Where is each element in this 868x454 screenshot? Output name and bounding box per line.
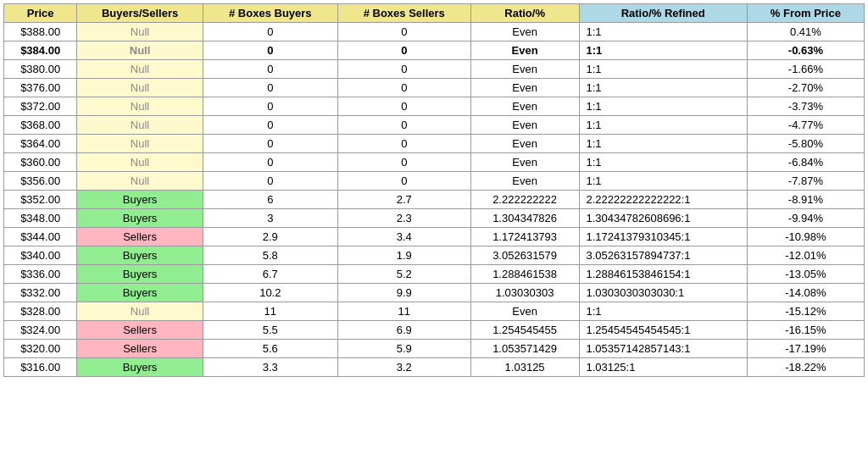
cell-price: $364.00	[4, 135, 77, 153]
table-row: $336.00Buyers6.75.21.2884615381.28846153…	[4, 265, 865, 284]
cell-price: $376.00	[4, 79, 77, 97]
cell-buyers-sellers: Null	[77, 135, 203, 153]
cell-box-sellers: 0	[337, 116, 470, 135]
cell-ratio: Even	[470, 97, 579, 116]
col-header-2: # Boxes Buyers	[203, 4, 337, 23]
cell-box-sellers: 2.3	[337, 209, 470, 228]
cell-box-buyers: 0	[203, 23, 337, 42]
cell-box-sellers: 11	[337, 302, 470, 321]
cell-buyers-sellers: Buyers	[77, 191, 203, 209]
cell-buyers-sellers: Null	[77, 153, 203, 172]
cell-ratio-refined: 1.28846153846154:1	[579, 265, 747, 284]
cell-buyers-sellers: Null	[77, 302, 203, 321]
cell-ratio: 1.03125	[470, 358, 579, 377]
cell-ratio: Even	[470, 60, 579, 79]
cell-box-buyers: 0	[203, 79, 337, 97]
cell-box-buyers: 5.5	[203, 321, 337, 340]
main-table: PriceBuyers/Sellers# Boxes Buyers# Boxes…	[3, 3, 865, 377]
cell-ratio-refined: 1:1	[579, 23, 747, 42]
cell-buyers-sellers: Null	[77, 172, 203, 191]
cell-box-sellers: 0	[337, 153, 470, 172]
cell-ratio-refined: 1:1	[579, 172, 747, 191]
cell-from-price: -6.84%	[747, 153, 864, 172]
cell-from-price: -18.22%	[747, 358, 864, 377]
cell-box-buyers: 10.2	[203, 284, 337, 302]
cell-box-buyers: 11	[203, 302, 337, 321]
cell-price: $380.00	[4, 60, 77, 79]
cell-box-sellers: 0	[337, 42, 470, 60]
cell-price: $372.00	[4, 97, 77, 116]
cell-price: $356.00	[4, 172, 77, 191]
cell-ratio-refined: 1:1	[579, 302, 747, 321]
table-row: $372.00Null00Even1:1-3.73%	[4, 97, 865, 116]
cell-from-price: -12.01%	[747, 246, 864, 265]
cell-from-price: -17.19%	[747, 340, 864, 358]
cell-price: $368.00	[4, 116, 77, 135]
table-row: $316.00Buyers3.33.21.031251.03125:1-18.2…	[4, 358, 865, 377]
cell-ratio: 3.052631579	[470, 246, 579, 265]
col-header-3: # Boxes Sellers	[337, 4, 470, 23]
table-row: $380.00Null00Even1:1-1.66%	[4, 60, 865, 79]
cell-from-price: -4.77%	[747, 116, 864, 135]
cell-ratio-refined: 1:1	[579, 42, 747, 60]
cell-box-buyers: 3	[203, 209, 337, 228]
cell-box-sellers: 0	[337, 135, 470, 153]
cell-buyers-sellers: Null	[77, 60, 203, 79]
table-row: $340.00Buyers5.81.93.0526315793.05263157…	[4, 246, 865, 265]
cell-from-price: -3.73%	[747, 97, 864, 116]
cell-box-sellers: 9.9	[337, 284, 470, 302]
cell-box-sellers: 0	[337, 97, 470, 116]
table-row: $324.00Sellers5.56.91.2545454551.2545454…	[4, 321, 865, 340]
cell-ratio: 2.222222222	[470, 191, 579, 209]
cell-price: $348.00	[4, 209, 77, 228]
cell-price: $320.00	[4, 340, 77, 358]
cell-buyers-sellers: Null	[77, 42, 203, 60]
cell-price: $328.00	[4, 302, 77, 321]
table-row: $364.00Null00Even1:1-5.80%	[4, 135, 865, 153]
cell-buyers-sellers: Buyers	[77, 284, 203, 302]
cell-ratio: 1.172413793	[470, 228, 579, 246]
cell-ratio-refined: 3.05263157894737:1	[579, 246, 747, 265]
table-row: $352.00Buyers62.72.2222222222.2222222222…	[4, 191, 865, 209]
cell-price: $360.00	[4, 153, 77, 172]
cell-ratio: Even	[470, 79, 579, 97]
cell-ratio: 1.288461538	[470, 265, 579, 284]
cell-ratio-refined: 1.05357142857143:1	[579, 340, 747, 358]
cell-ratio: 1.03030303	[470, 284, 579, 302]
cell-from-price: -9.94%	[747, 209, 864, 228]
cell-ratio: Even	[470, 42, 579, 60]
cell-box-sellers: 0	[337, 60, 470, 79]
cell-box-sellers: 3.4	[337, 228, 470, 246]
cell-buyers-sellers: Buyers	[77, 209, 203, 228]
table-row: $332.00Buyers10.29.91.030303031.03030303…	[4, 284, 865, 302]
cell-price: $324.00	[4, 321, 77, 340]
col-header-0: Price	[4, 4, 77, 23]
col-header-4: Ratio/%	[470, 4, 579, 23]
cell-price: $316.00	[4, 358, 77, 377]
cell-buyers-sellers: Null	[77, 97, 203, 116]
cell-buyers-sellers: Buyers	[77, 265, 203, 284]
cell-buyers-sellers: Null	[77, 79, 203, 97]
cell-ratio-refined: 1.0303030303030:1	[579, 284, 747, 302]
cell-ratio-refined: 2.22222222222222:1	[579, 191, 747, 209]
cell-ratio-refined: 1:1	[579, 79, 747, 97]
cell-from-price: -5.80%	[747, 135, 864, 153]
cell-price: $344.00	[4, 228, 77, 246]
cell-box-buyers: 2.9	[203, 228, 337, 246]
cell-ratio-refined: 1:1	[579, 60, 747, 79]
cell-buyers-sellers: Sellers	[77, 321, 203, 340]
cell-price: $384.00	[4, 42, 77, 60]
cell-price: $332.00	[4, 284, 77, 302]
cell-ratio: Even	[470, 172, 579, 191]
cell-box-sellers: 0	[337, 172, 470, 191]
cell-box-buyers: 0	[203, 42, 337, 60]
cell-ratio-refined: 1.17241379310345:1	[579, 228, 747, 246]
cell-from-price: -15.12%	[747, 302, 864, 321]
table-row: $368.00Null00Even1:1-4.77%	[4, 116, 865, 135]
cell-ratio: Even	[470, 116, 579, 135]
cell-price: $352.00	[4, 191, 77, 209]
cell-box-sellers: 6.9	[337, 321, 470, 340]
cell-from-price: -8.91%	[747, 191, 864, 209]
cell-box-sellers: 5.9	[337, 340, 470, 358]
cell-buyers-sellers: Sellers	[77, 228, 203, 246]
